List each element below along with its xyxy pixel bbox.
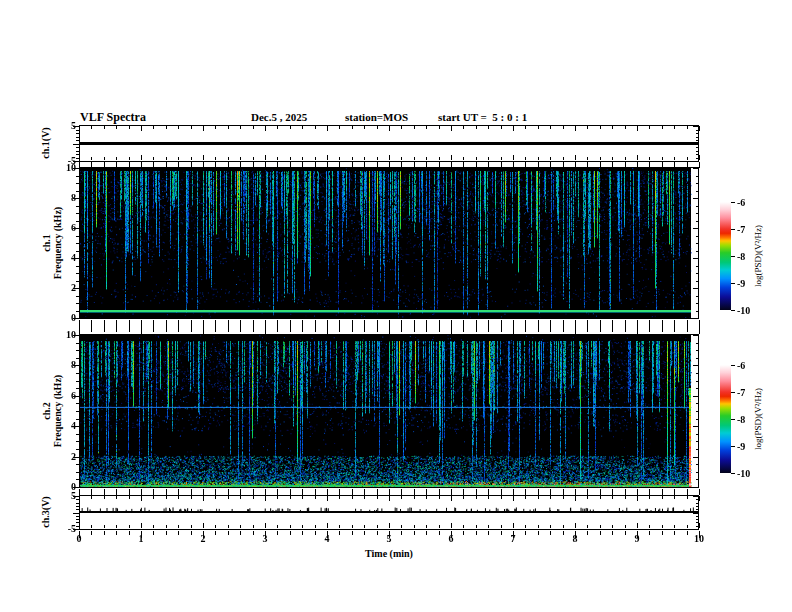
tick-label: 5 — [377, 534, 401, 544]
tick-label: 6 — [439, 534, 463, 544]
tick-label: 10 — [54, 330, 76, 340]
tick-label: -9 — [737, 442, 745, 452]
tick-label: 2 — [54, 452, 76, 462]
tick-label: -7 — [737, 225, 745, 235]
vlf-spectra-figure: VLF Spectra Dec.5 , 2025 station=MOS sta… — [0, 0, 792, 612]
tick-label: 9 — [625, 534, 649, 544]
tick-label: 0 — [67, 534, 91, 544]
tick-label: 0 — [54, 313, 76, 323]
tick-label: -10 — [737, 306, 750, 316]
tick-label: 8 — [54, 193, 76, 203]
tick-label: -8 — [737, 252, 745, 262]
tick-label: 8 — [563, 534, 587, 544]
tick-label: 1 — [129, 534, 153, 544]
tick-label: 4 — [54, 253, 76, 263]
tick-label: 3 — [253, 534, 277, 544]
tick-label: -8 — [737, 415, 745, 425]
tick-label: 2 — [191, 534, 215, 544]
tick-label: -9 — [737, 279, 745, 289]
tick-label: -5 — [54, 524, 76, 534]
tick-label: -6 — [737, 361, 745, 371]
tick-label: 8 — [54, 360, 76, 370]
tick-label: 6 — [54, 223, 76, 233]
tick-label: 7 — [501, 534, 525, 544]
tick-label: 4 — [315, 534, 339, 544]
axis-ticks-overlay: 012345678910101088664422005-55-5-6-7-8-9… — [0, 0, 792, 612]
tick-label: -6 — [737, 198, 745, 208]
tick-label: -5 — [54, 156, 76, 166]
tick-label: 5 — [54, 491, 76, 501]
tick-label: -10 — [737, 469, 750, 479]
tick-label: 4 — [54, 421, 76, 431]
tick-label: 6 — [54, 391, 76, 401]
tick-label: 2 — [54, 283, 76, 293]
tick-label: 10 — [687, 534, 711, 544]
tick-label: -7 — [737, 388, 745, 398]
tick-label: 5 — [54, 121, 76, 131]
